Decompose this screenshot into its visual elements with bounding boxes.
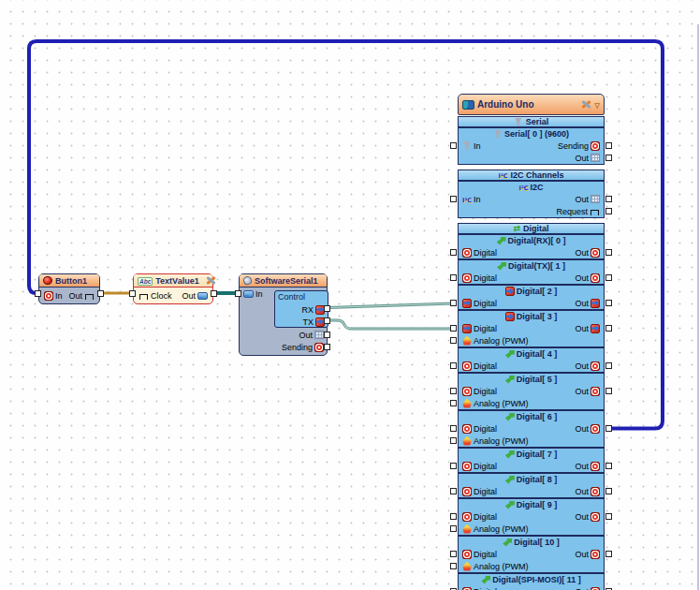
i2c-group-title: I2C Channels xyxy=(511,170,564,180)
digital-channel-title: Digital[ 5 ] xyxy=(459,374,604,385)
analog-flame-icon xyxy=(462,336,472,346)
arduino-i2c-out-pin[interactable] xyxy=(605,196,612,202)
digital-in-pin[interactable] xyxy=(450,325,457,332)
serial-sending-label: Sending xyxy=(558,141,589,151)
arduino-serial-out-pin[interactable] xyxy=(605,155,612,161)
red-digital-icon xyxy=(591,587,600,590)
digital-group-bar[interactable]: Digital xyxy=(458,223,605,234)
button1-out-pin[interactable] xyxy=(97,290,104,297)
analog-pwm-label: Analog (PWM) xyxy=(474,399,529,408)
arduino-header[interactable]: Arduino Uno xyxy=(458,94,605,115)
digital-channel-title: Digital(TX)[ 1 ] xyxy=(459,260,604,272)
digital-in-pin[interactable] xyxy=(450,513,457,520)
textvalue1-header[interactable]: TextValue1 xyxy=(134,274,212,288)
digital-in-pin[interactable] xyxy=(450,274,457,281)
arduino-serial-in-pin[interactable] xyxy=(450,142,457,149)
softserial-rx-pin[interactable] xyxy=(324,305,330,312)
digital-in-pin[interactable] xyxy=(450,362,457,369)
i2c-in-label: In xyxy=(474,195,481,204)
red-digital-icon xyxy=(591,387,600,396)
analog-pwm-row: Analog (PWM) xyxy=(459,435,604,447)
arduino-request-pin[interactable] xyxy=(605,208,612,214)
digital-in-pin[interactable] xyxy=(450,551,457,557)
digital-out-pin[interactable] xyxy=(605,388,612,394)
i2c-icon xyxy=(518,183,528,192)
digital-out-pin[interactable] xyxy=(605,463,612,469)
softserial-sending-pin[interactable] xyxy=(324,344,330,350)
arduino-i2c-in-pin[interactable] xyxy=(450,196,457,202)
red-digital-icon xyxy=(591,462,600,471)
digital-pin-row: DigitalOut xyxy=(459,485,604,497)
digital-channel-title: Digital(RX)[ 0 ] xyxy=(459,235,604,246)
analog-pwm-pin[interactable] xyxy=(450,563,457,569)
digital-out-pin[interactable] xyxy=(605,362,612,369)
softserial-in-pin[interactable] xyxy=(235,290,241,297)
digital-out-pin[interactable] xyxy=(605,249,612,256)
digital-in-label: Digital xyxy=(474,387,497,396)
red-digital-icon xyxy=(591,512,600,522)
digital-in-pin[interactable] xyxy=(450,249,457,256)
digital-out-pin[interactable] xyxy=(605,425,612,432)
digital-out-label: Out xyxy=(575,424,589,434)
digital-in-pin[interactable] xyxy=(450,300,457,306)
analog-pwm-pin[interactable] xyxy=(450,400,457,406)
arduino-sending-pin[interactable] xyxy=(605,142,612,149)
component-textvalue1[interactable]: TextValue1 Clock Out xyxy=(133,273,213,304)
digital-channel-1: Digital(TX)[ 1 ]DigitalOut xyxy=(458,259,605,285)
softserial-tx-pin[interactable] xyxy=(324,317,330,324)
component-arduino-uno[interactable]: Arduino Uno Serial Serial[ 0 ] (9600) In… xyxy=(458,94,605,590)
digital-channel-0: Digital(RX)[ 0 ]DigitalOut xyxy=(458,234,605,259)
red-digital-icon xyxy=(462,248,472,258)
digital-out-pin[interactable] xyxy=(605,488,612,494)
button1-in-label: In xyxy=(55,291,63,301)
analog-pwm-row: Analog (PWM) xyxy=(459,523,604,535)
design-canvas[interactable]: Button1 In Out TextValue1 Clock Out xyxy=(0,0,700,590)
digital-out-pin[interactable] xyxy=(605,325,612,332)
analog-flame-icon xyxy=(462,436,472,446)
analog-flame-icon xyxy=(462,399,472,408)
digital-pin-row: DigitalOut xyxy=(459,510,604,523)
component-button1[interactable]: Button1 In Out xyxy=(38,273,100,304)
red-digital-icon xyxy=(591,361,600,371)
green-arrow-icon xyxy=(481,576,490,584)
digital-in-label: Digital xyxy=(474,273,497,283)
i2c-out-label: Out xyxy=(575,195,589,204)
green-arrow-icon xyxy=(505,376,515,384)
digital-in-pin[interactable] xyxy=(450,425,457,432)
softserial-sending-label: Sending xyxy=(282,343,313,352)
analog-pwm-pin[interactable] xyxy=(450,437,457,444)
serial-group-bar[interactable]: Serial xyxy=(458,116,605,127)
button1-in-pin[interactable] xyxy=(35,290,41,297)
digital-channel-title: Digital[ 8 ] xyxy=(459,474,604,485)
i2c-group-bar[interactable]: I2C Channels xyxy=(458,170,605,181)
digital-channel-4: Digital[ 4 ]DigitalOut xyxy=(458,347,605,373)
wrench-tools-icon[interactable] xyxy=(580,99,592,110)
serial-group-title: Serial xyxy=(526,117,549,126)
digital-in-pin[interactable] xyxy=(450,463,457,469)
digital-out-pin[interactable] xyxy=(605,274,612,281)
button1-header[interactable]: Button1 xyxy=(39,274,99,288)
analog-pwm-pin[interactable] xyxy=(450,337,457,344)
textvalue1-out-pin[interactable] xyxy=(211,290,217,297)
green-arrow-icon xyxy=(505,413,515,421)
digital-in-pin[interactable] xyxy=(450,388,457,394)
digital-out-label: Out xyxy=(575,512,589,522)
digital-out-pin[interactable] xyxy=(605,551,612,557)
digital-channel-11: Digital(SPI-MOSI)[ 11 ]DigitalOutAnalog … xyxy=(458,573,605,590)
digital-in-pin[interactable] xyxy=(450,488,457,494)
analog-pwm-pin[interactable] xyxy=(450,525,457,532)
digital-out-pin[interactable] xyxy=(605,513,612,520)
softwareserial1-header[interactable]: SoftwareSerial1 xyxy=(240,274,327,288)
softserial-control-group[interactable]: Control RX TX xyxy=(274,290,328,328)
softserial-out-pin[interactable] xyxy=(324,332,330,338)
component-softwareserial1[interactable]: SoftwareSerial1 In Control RX TX Out Sen… xyxy=(239,273,328,356)
digital-pin-row: DigitalOut xyxy=(459,460,604,472)
chevron-down-icon[interactable] xyxy=(595,99,600,110)
textvalue1-clock-pin[interactable] xyxy=(129,290,136,297)
digital-out-label: Out xyxy=(575,299,589,308)
digital-out-pin[interactable] xyxy=(605,300,612,306)
textvalue1-title: TextValue1 xyxy=(155,276,198,286)
wrench-tools-icon[interactable] xyxy=(205,275,217,286)
digital-channel-9: Digital[ 9 ]DigitalOutAnalog (PWM) xyxy=(458,498,605,536)
digital-channel-title: Digital[ 7 ] xyxy=(459,449,604,460)
